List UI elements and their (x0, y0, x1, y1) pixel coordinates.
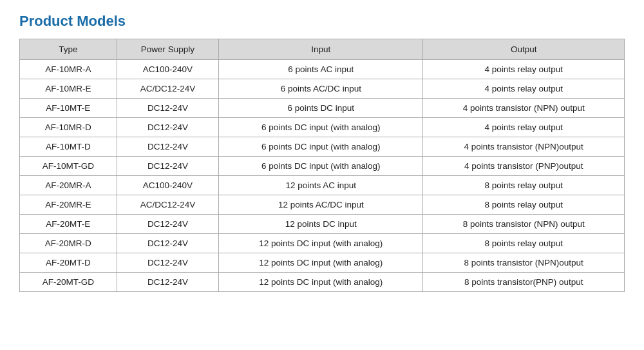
table-row: AF-20MR-AAC100-240V12 points AC input8 p… (20, 176, 625, 195)
table-row: AF-10MT-DDC12-24V6 points DC input (with… (20, 137, 625, 157)
col-header-input: Input (219, 39, 423, 60)
table-cell: DC12-24V (117, 118, 219, 137)
table-cell: AF-10MT-GD (20, 157, 117, 176)
table-header-row: Type Power Supply Input Output (20, 39, 625, 60)
col-header-type: Type (20, 39, 117, 60)
table-cell: AC100-240V (117, 60, 219, 79)
table-cell: DC12-24V (117, 273, 219, 292)
table-cell: AC100-240V (117, 176, 219, 195)
table-row: AF-20MT-GDDC12-24V12 points DC input (wi… (20, 273, 625, 292)
table-row: AF-10MR-DDC12-24V6 points DC input (with… (20, 118, 625, 137)
table-cell: DC12-24V (117, 157, 219, 176)
table-cell: 6 points AC/DC input (219, 79, 423, 99)
table-cell: DC12-24V (117, 253, 219, 273)
table-cell: DC12-24V (117, 99, 219, 118)
table-cell: 4 points relay output (423, 118, 625, 137)
page-title: Product Models (19, 13, 625, 30)
table-cell: 6 points DC input (219, 99, 423, 118)
table-cell: AF-20MR-A (20, 176, 117, 195)
table-cell: 6 points AC input (219, 60, 423, 79)
table-cell: DC12-24V (117, 234, 219, 253)
table-cell: AF-20MT-E (20, 215, 117, 234)
table-cell: 12 points AC/DC input (219, 195, 423, 215)
product-models-table: Type Power Supply Input Output AF-10MR-A… (19, 39, 625, 292)
table-cell: DC12-24V (117, 137, 219, 157)
table-cell: 12 points AC input (219, 176, 423, 195)
table-cell: AF-20MR-E (20, 195, 117, 215)
table-cell: AF-20MT-D (20, 253, 117, 273)
table-cell: 12 points DC input (219, 215, 423, 234)
table-cell: 8 points transistor (NPN) output (423, 215, 625, 234)
table-cell: 6 points DC input (with analog) (219, 118, 423, 137)
table-row: AF-20MT-DDC12-24V12 points DC input (wit… (20, 253, 625, 273)
table-cell: 4 points transistor (NPN) output (423, 99, 625, 118)
table-row: AF-10MT-GDDC12-24V6 points DC input (wit… (20, 157, 625, 176)
table-cell: AF-10MT-D (20, 137, 117, 157)
table-cell: 6 points DC input (with analog) (219, 137, 423, 157)
table-cell: AF-20MT-GD (20, 273, 117, 292)
table-cell: 8 points transistor (NPN)output (423, 253, 625, 273)
col-header-output: Output (423, 39, 625, 60)
table-cell: AF-20MR-D (20, 234, 117, 253)
table-cell: 4 points relay output (423, 79, 625, 99)
table-cell: 12 points DC input (with analog) (219, 273, 423, 292)
table-cell: AF-10MR-D (20, 118, 117, 137)
table-cell: 4 points relay output (423, 60, 625, 79)
table-cell: AC/DC12-24V (117, 195, 219, 215)
table-cell: 12 points DC input (with analog) (219, 253, 423, 273)
col-header-power-supply: Power Supply (117, 39, 219, 60)
table-cell: AF-10MR-E (20, 79, 117, 99)
table-cell: 8 points relay output (423, 234, 625, 253)
table-cell: 6 points DC input (with analog) (219, 157, 423, 176)
table-cell: 4 points transistor (NPN)output (423, 137, 625, 157)
table-cell: 8 points transistor(PNP) output (423, 273, 625, 292)
table-cell: AF-10MR-A (20, 60, 117, 79)
table-row: AF-20MR-EAC/DC12-24V12 points AC/DC inpu… (20, 195, 625, 215)
table-cell: AF-10MT-E (20, 99, 117, 118)
table-cell: 8 points relay output (423, 195, 625, 215)
table-row: AF-20MR-DDC12-24V12 points DC input (wit… (20, 234, 625, 253)
table-row: AF-20MT-EDC12-24V12 points DC input8 poi… (20, 215, 625, 234)
table-row: AF-10MT-EDC12-24V6 points DC input4 poin… (20, 99, 625, 118)
table-cell: 12 points DC input (with analog) (219, 234, 423, 253)
table-cell: 4 points transistor (PNP)output (423, 157, 625, 176)
table-cell: AC/DC12-24V (117, 79, 219, 99)
table-cell: DC12-24V (117, 215, 219, 234)
table-row: AF-10MR-AAC100-240V6 points AC input4 po… (20, 60, 625, 79)
table-cell: 8 points relay output (423, 176, 625, 195)
table-row: AF-10MR-EAC/DC12-24V6 points AC/DC input… (20, 79, 625, 99)
